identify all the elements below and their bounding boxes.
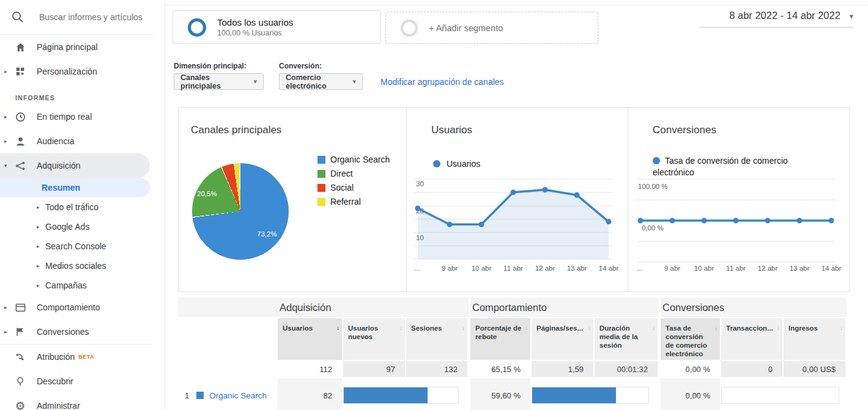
chevron-right-icon (0, 304, 14, 310)
sidebar-item-campaigns[interactable]: Campañas (0, 276, 165, 295)
search-input[interactable] (38, 12, 154, 23)
reports-section-label: INFORMES (0, 84, 165, 104)
search-bar[interactable] (0, 0, 165, 34)
sort-icon[interactable] (588, 324, 591, 332)
chevron-right-icon (37, 204, 45, 210)
sidebar-item-label: Atribución (37, 352, 75, 362)
col-header-new-users[interactable]: Usuarios nuevos (343, 318, 406, 361)
sort-icon[interactable] (714, 324, 718, 332)
sidebar-item-label: Adquisición (37, 161, 81, 170)
legend-item-social[interactable]: Social (317, 183, 390, 192)
conversions-chart-legend[interactable]: Tasa de conversión de comercio electróni… (653, 155, 809, 178)
primary-dimension-select[interactable]: Canales principales (174, 73, 264, 90)
primary-dimension-label: Dimensión principal: (174, 62, 247, 70)
sidebar-item-conversions[interactable]: Conversiones (0, 320, 165, 344)
pie-legend: Organic Search Direct Social Referral (317, 155, 390, 211)
sidebar-item-audience[interactable]: Audiencia (0, 129, 165, 153)
users-chart-legend[interactable]: Usuarios (433, 159, 480, 169)
bounce-bar-cell (532, 378, 659, 410)
sort-icon[interactable] (462, 324, 465, 332)
add-segment-button[interactable]: + Añadir segmento (385, 12, 598, 44)
sidebar-item-social[interactable]: Medios sociales (0, 256, 165, 276)
col-header-sessions[interactable]: Sesiones (406, 318, 469, 361)
conversions-chart-title: Conversiones (653, 124, 716, 136)
sidebar-item-discover[interactable]: Descubrir (0, 369, 165, 394)
users-bar-track (343, 387, 459, 404)
sidebar-item-search-console[interactable]: Search Console (0, 236, 165, 256)
legend-item-direct[interactable]: Direct (317, 169, 390, 178)
total-bounce-rate: 65,15 % (469, 361, 532, 378)
sidebar-item-personalization[interactable]: Personalización (0, 59, 165, 84)
segment-ring-icon (188, 18, 206, 37)
sidebar-item-google-ads[interactable]: Google Ads (0, 217, 165, 236)
legend-swatch (317, 184, 325, 192)
group-acquisition: Adquisición (278, 298, 469, 318)
row-rank: 1 (185, 391, 189, 400)
col-header-avg-duration[interactable]: Duración media de la sesión (595, 318, 659, 361)
svg-text:100,00 %: 100,00 % (638, 183, 668, 190)
svg-text:10 abr: 10 abr (694, 265, 714, 272)
svg-text:13 abr: 13 abr (567, 265, 587, 272)
col-header-pages-session[interactable]: Páginas/ses... (532, 318, 595, 361)
beta-badge: BETA (78, 354, 94, 360)
sort-icon[interactable] (840, 324, 843, 332)
users-bar-cell (343, 378, 469, 410)
sidebar-item-acquisition[interactable]: Adquisición (0, 153, 150, 178)
sidebar: Página principal Personalización INFORME… (0, 0, 165, 410)
svg-text:12 abr: 12 abr (758, 265, 778, 272)
total-transactions: 0 (721, 361, 784, 378)
customize-grid-icon (14, 65, 26, 78)
sidebar-item-label: Todo el tráfico (45, 202, 98, 212)
sidebar-item-label: Google Ads (45, 222, 89, 232)
col-header-conv-rate[interactable]: Tasa de conversión de comercio electróni… (659, 318, 721, 361)
legend-swatch (317, 198, 325, 206)
header-divider (165, 5, 868, 5)
chevron-right-icon (37, 282, 45, 288)
sidebar-item-attribution[interactable]: Atribución BETA (0, 345, 165, 369)
sort-desc-icon[interactable] (336, 324, 339, 332)
svg-text:9 abr: 9 abr (664, 265, 680, 272)
segment-ring-gray-icon (401, 20, 418, 37)
svg-text:30: 30 (416, 180, 424, 188)
search-icon (11, 10, 24, 24)
sidebar-item-label: Personalización (37, 67, 97, 76)
sort-icon[interactable] (399, 324, 402, 332)
legend-dot-icon (653, 157, 660, 164)
legend-item-organic[interactable]: Organic Search (317, 155, 390, 164)
edit-channel-grouping-link[interactable]: Modificar agrupación de canales (380, 77, 504, 87)
col-header-transactions[interactable]: Transaccion... (721, 318, 784, 361)
chevron-down-icon (0, 163, 14, 169)
col-header-revenue[interactable]: Ingresos (784, 318, 847, 361)
col-header-bounce-rate[interactable]: Porcentaje de rebote (469, 318, 532, 361)
sort-icon[interactable] (777, 324, 780, 332)
svg-text:0,00 %: 0,00 % (642, 224, 664, 232)
channel-link-organic-search[interactable]: Organic Search (209, 391, 267, 400)
chevron-right-icon (0, 329, 14, 335)
sidebar-item-all-traffic[interactable]: Todo el tráfico (0, 197, 165, 217)
col-header-users[interactable]: Usuarios (278, 318, 343, 361)
add-segment-label: + Añadir segmento (429, 23, 503, 33)
legend-item-referral[interactable]: Referral (317, 197, 390, 207)
conversion-select[interactable]: Comercio electrónico (279, 73, 363, 90)
attribution-icon (14, 351, 26, 363)
sidebar-item-label: Resumen (42, 183, 80, 192)
sidebar-item-realtime[interactable]: En tiempo real (0, 104, 165, 129)
bounce-bar-track (532, 387, 649, 404)
conversions-chart-svg[interactable]: 100,00 %0,00 %...9 abr10 abr11 abr12 abr… (636, 177, 844, 274)
sidebar-item-overview[interactable]: Resumen (0, 178, 150, 197)
sidebar-item-home[interactable]: Página principal (0, 35, 165, 59)
browser-window-icon (14, 301, 26, 313)
date-range-picker[interactable]: 8 abr 2022 - 14 abr 2022 (699, 10, 853, 27)
channels-pie[interactable]: 73,2% 20,5% (192, 163, 289, 260)
chevron-right-icon (37, 224, 45, 230)
sidebar-item-label: Comportamiento (37, 302, 100, 312)
conv-bar-track (721, 387, 839, 404)
total-pages-session: 1,59 (532, 361, 595, 378)
sort-icon[interactable] (525, 324, 528, 332)
sidebar-item-admin[interactable]: Administrar (0, 394, 165, 410)
sort-icon[interactable] (652, 324, 655, 332)
segment-all-users[interactable]: Todos los usuarios 100,00 % Usuarios (172, 10, 381, 44)
users-chart-svg[interactable]: 302010...9 abr10 abr11 abr12 abr13 abr14… (413, 177, 621, 274)
date-range-label: 8 abr 2022 - 14 abr 2022 (729, 10, 840, 21)
sidebar-item-behavior[interactable]: Comportamiento (0, 295, 165, 320)
